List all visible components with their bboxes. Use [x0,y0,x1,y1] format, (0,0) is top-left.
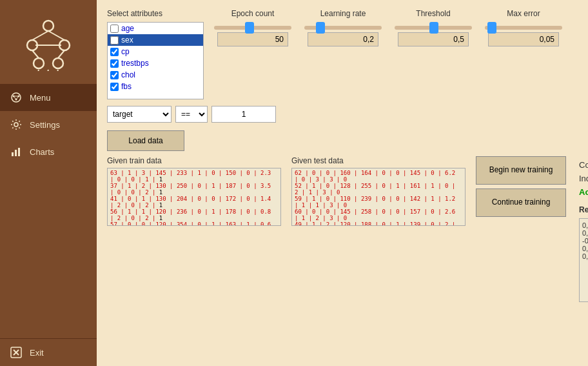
train-data-textbox[interactable]: 63 | 1 | 3 | 145 | 233 | 1 | 0 | 150 | 0… [107,168,281,226]
attr-label-cp: cp [121,47,130,56]
svg-line-18 [14,96,16,99]
svg-line-6 [48,31,64,40]
result-label: Result [579,205,588,214]
result-textbox[interactable]: 0,983120295100512, 0,0104819681564089, -… [579,218,588,302]
gear-icon [9,117,23,132]
test-row: 62 | 0 | 0 | 160 | 164 | 0 | 0 | 145 | 0… [295,170,462,183]
slider-lr-thumb[interactable] [316,22,325,34]
attributes-panel: Select attributes age sex cp [107,9,204,99]
filter-value-input[interactable] [211,106,276,123]
test-row: 60 | 0 | 0 | 145 | 258 | 0 | 0 | 157 | 0… [295,208,462,221]
train-row: 41 | 0 | 1 | 130 | 204 | 0 | 0 | 172 | 0… [110,196,278,208]
training-buttons: Begin new training Continue training [476,156,566,217]
attr-label-chol: chol [121,70,135,79]
slider-maxerror-track[interactable] [485,26,562,30]
attr-checkbox-chol[interactable] [110,71,119,79]
test-data-textbox[interactable]: 62 | 0 | 0 | 160 | 164 | 0 | 0 | 145 | 0… [291,168,466,226]
svg-rect-23 [18,148,20,156]
slider-threshold-value: 0,5 [398,32,469,46]
stats-area: Correct: 85 Incorrect: 14 Accuracy: 85% [579,156,588,201]
attr-checkbox-fbs[interactable] [110,83,119,91]
app-logo [19,13,77,71]
sliders-panel: Epoch count 50 Learning rate 0,2 Thresho… [214,9,578,46]
menu-icon [9,90,23,105]
train-data-panel: Given train data 63 | 1 | 3 | 145 | 233 … [107,156,281,357]
sidebar-item-settings-label: Settings [30,120,60,130]
slider-maxerror-thumb[interactable] [487,22,496,34]
attr-checkbox-cp[interactable] [110,48,119,56]
slider-maxerror-value: 0,05 [488,32,559,46]
train-row: 56 | 1 | 1 | 120 | 236 | 0 | 1 | 178 | 0… [110,208,278,221]
data-section: Given train data 63 | 1 | 3 | 145 | 233 … [107,156,578,357]
top-section: Select attributes age sex cp [107,9,578,99]
attr-label-trestbps: trestbps [121,59,149,68]
test-row: 52 | 1 | 0 | 128 | 255 | 0 | 1 | 161 | 1… [295,183,462,196]
begin-training-button[interactable]: Begin new training [476,156,566,185]
test-row: 59 | 1 | 0 | 110 | 239 | 0 | 0 | 142 | 1… [295,196,462,208]
sidebar-item-charts[interactable]: Charts [0,138,97,165]
svg-point-0 [43,21,54,31]
slider-lr-track[interactable] [304,26,382,30]
attr-label-age: age [121,24,134,33]
exit-icon [9,345,23,360]
accuracy-stat: Accuracy: 85% [579,186,588,199]
attr-item-trestbps[interactable]: trestbps [108,57,203,69]
slider-lr-label: Learning rate [320,9,366,18]
svg-line-5 [32,31,48,40]
attr-checkbox-age[interactable] [110,25,119,33]
slider-maxerror: Max error 0,05 [485,9,562,46]
sidebar-item-settings[interactable]: Settings [0,111,97,138]
filter-operator-select[interactable]: == != > < [175,106,208,123]
main-content: Select attributes age sex cp [97,0,588,366]
exit-label: Exit [30,348,44,358]
load-data-button[interactable]: Load data [107,130,184,151]
attr-item-sex[interactable]: sex [108,34,203,46]
attr-checkbox-sex[interactable] [110,36,119,45]
slider-epoch-value: 50 [217,32,288,46]
filter-column-select[interactable]: target [107,106,172,123]
slider-maxerror-label: Max error [507,9,540,18]
attributes-listbox[interactable]: age sex cp trestbps [107,22,204,99]
continue-training-button[interactable]: Continue training [476,188,566,217]
slider-threshold: Threshold 0,5 [395,9,472,46]
test-data-panel: Given test data 62 | 0 | 0 | 160 | 164 |… [291,156,466,357]
exit-button[interactable]: Exit [0,338,97,366]
train-data-label: Given train data [107,156,281,165]
charts-icon [9,145,23,159]
svg-point-13 [12,93,21,102]
svg-line-8 [58,50,64,58]
attr-item-cp[interactable]: cp [108,46,203,57]
slider-epoch-track[interactable] [214,26,291,30]
svg-line-19 [16,96,19,99]
attr-item-chol[interactable]: chol [108,69,203,81]
svg-line-7 [32,50,39,58]
sidebar-item-menu-label: Menu [30,93,51,103]
filter-row: target == != > < [107,106,578,123]
svg-rect-21 [12,152,14,156]
slider-lr: Learning rate 0,2 [304,9,382,46]
stats-buttons-row: Begin new training Continue training Cor… [476,156,588,302]
slider-lr-value: 0,2 [308,32,378,46]
train-row: 57 | 0 | 0 | 120 | 354 | 0 | 1 | 163 | 1… [110,221,278,226]
train-row: 37 | 1 | 2 | 130 | 250 | 0 | 1 | 187 | 0… [110,183,278,196]
train-row: 63 | 1 | 3 | 145 | 233 | 1 | 0 | 150 | 0… [110,170,278,183]
sidebar-item-menu[interactable]: Menu [0,84,97,111]
slider-epoch: Epoch count 50 [214,9,291,46]
right-panel: Begin new training Continue training Cor… [476,156,588,357]
slider-threshold-label: Threshold [416,9,450,18]
attr-label-sex: sex [121,36,133,45]
test-row: 49 | 1 | 2 | 120 | 188 | 0 | 1 | 139 | 0… [295,221,462,226]
sidebar-item-charts-label: Charts [30,147,54,157]
incorrect-stat: Incorrect: 14 [579,172,588,186]
slider-threshold-track[interactable] [395,26,472,30]
svg-rect-22 [15,150,17,156]
correct-stat: Correct: 85 [579,159,588,172]
attr-item-fbs[interactable]: fbs [108,81,203,92]
slider-epoch-thumb[interactable] [245,22,254,34]
attr-checkbox-trestbps[interactable] [110,59,119,68]
svg-point-3 [34,58,44,68]
slider-epoch-label: Epoch count [231,9,275,18]
svg-point-4 [53,58,63,68]
slider-threshold-thumb[interactable] [429,22,438,34]
attr-item-age[interactable]: age [108,23,203,34]
